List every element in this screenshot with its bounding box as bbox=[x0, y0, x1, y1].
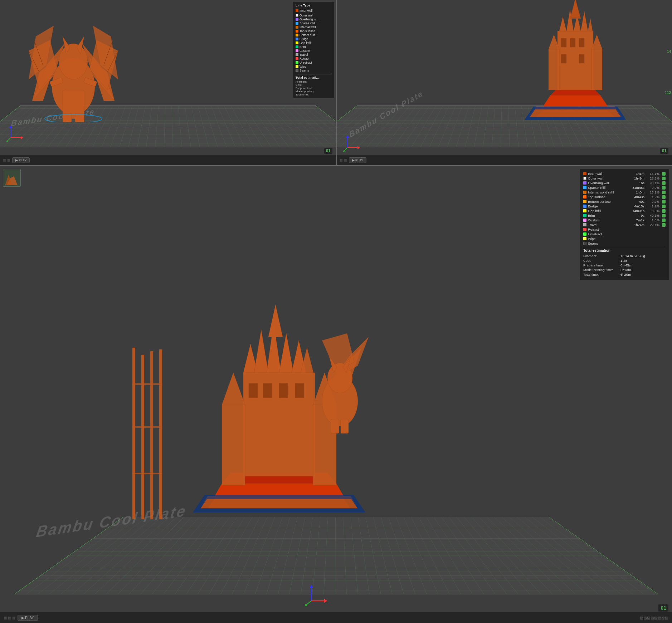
svg-line-54 bbox=[344, 148, 347, 151]
svg-rect-48 bbox=[591, 49, 602, 90]
stat-filament-row: Filament: 16.14 m 51.26 g bbox=[583, 254, 666, 258]
stat-bottom-surface: Bottom surface 40s 0.2% bbox=[583, 200, 666, 203]
gap-infill-label: Gap infill bbox=[300, 41, 311, 45]
svg-rect-70 bbox=[263, 383, 272, 398]
svg-rect-46 bbox=[549, 49, 559, 90]
legend-bottom-surface: Bottom surf... bbox=[296, 33, 332, 37]
horizontal-divider bbox=[0, 165, 672, 166]
svg-marker-81 bbox=[222, 373, 245, 405]
svg-rect-36 bbox=[579, 38, 584, 47]
play-btn-main[interactable]: ▶ PLAY bbox=[18, 615, 38, 621]
viewport-top-right[interactable]: Bambu Cool Plate 14 112 01 ▦ ▦ ▶ PLAY bbox=[337, 0, 672, 165]
svg-rect-91 bbox=[331, 419, 339, 433]
bottom-surface-label: Bottom surf... bbox=[300, 33, 318, 37]
stat-seams: Seams bbox=[583, 241, 666, 245]
svg-rect-58 bbox=[150, 351, 153, 519]
play-btn-tr[interactable]: ▶ PLAY bbox=[349, 157, 367, 163]
stat-prepare-row: Prepare time: 6m45s bbox=[583, 263, 666, 267]
stats-panel-main: Inner wall 1h1m 16.1% Outer wall 1h49m 2… bbox=[580, 169, 669, 280]
model-cathedral-tr bbox=[525, 0, 625, 124]
stat-inner-wall: Inner wall 1h1m 16.1% bbox=[583, 172, 666, 176]
legend-gap-infill: Gap infill bbox=[296, 41, 332, 45]
stat-travel: Travel 1h24m 22.1% bbox=[583, 223, 666, 227]
play-btn-tl[interactable]: ▶ PLAY bbox=[12, 157, 30, 163]
svg-marker-42 bbox=[581, 11, 588, 31]
svg-point-101 bbox=[305, 604, 307, 606]
axis-tl bbox=[5, 123, 25, 144]
svg-rect-60 bbox=[132, 383, 162, 385]
svg-rect-59 bbox=[159, 349, 162, 519]
svg-marker-25 bbox=[21, 136, 23, 139]
stat-cost-row: Cost: 1.28 bbox=[583, 259, 666, 263]
model-demon-tl bbox=[29, 8, 154, 122]
custom-label: Custom bbox=[300, 49, 310, 53]
seams-label: Seams bbox=[300, 69, 309, 72]
inner-wall-label: Inner wall bbox=[300, 8, 312, 13]
outer-wall-label: Outer wall bbox=[300, 14, 313, 17]
svg-rect-61 bbox=[132, 426, 162, 428]
svg-marker-53 bbox=[357, 146, 360, 149]
legend-travel: Travel bbox=[296, 53, 332, 57]
app-container: Bambu Cool Plate bbox=[0, 0, 672, 623]
hatch-pattern: ▨▨▨▨▨▨▨▨ bbox=[640, 616, 668, 620]
svg-rect-92 bbox=[341, 419, 349, 433]
svg-marker-39 bbox=[559, 17, 566, 31]
legend-bridge: Bridge bbox=[296, 37, 332, 41]
svg-point-27 bbox=[6, 141, 8, 142]
svg-marker-23 bbox=[9, 125, 12, 128]
legend-internal-wall: Internal wall bbox=[296, 25, 332, 29]
stat-custom: Custom 7m1s 1.8% bbox=[583, 218, 666, 222]
svg-rect-80 bbox=[222, 405, 245, 485]
stat-wipe: Wipe bbox=[583, 237, 666, 241]
top-surface-label: Top surface bbox=[300, 29, 315, 33]
legend-brim: Brim bbox=[296, 45, 332, 49]
svg-point-9 bbox=[59, 44, 88, 79]
supports-main bbox=[129, 348, 172, 519]
bottom-bar-tl: ▦ ▦ ▶ PLAY bbox=[0, 155, 336, 165]
bottom-bar-tr: ▦ ▦ ▶ PLAY bbox=[337, 155, 672, 165]
stat-outer-wall: Outer wall 1h49m 28.8% bbox=[583, 176, 666, 180]
stat-brim: Brim 9s <0.1% bbox=[583, 214, 666, 217]
inner-wall-color bbox=[296, 9, 298, 12]
num-label-14: 14 bbox=[667, 50, 671, 54]
legend-panel-tl: Line Type Inner wall Outer wall Overhang… bbox=[293, 2, 334, 98]
brim-label: Brim bbox=[300, 45, 306, 49]
svg-rect-34 bbox=[561, 38, 566, 47]
svg-point-88 bbox=[327, 363, 352, 393]
svg-marker-76 bbox=[279, 333, 293, 373]
stat-top-surface: Top surface 4m43s 1.2% bbox=[583, 195, 666, 199]
wipe-label: Wipe bbox=[300, 65, 306, 68]
svg-rect-69 bbox=[249, 383, 258, 398]
svg-marker-79 bbox=[268, 305, 283, 337]
svg-marker-74 bbox=[254, 330, 268, 373]
sparse-label: Sparse infill bbox=[300, 21, 315, 25]
svg-line-26 bbox=[7, 138, 11, 141]
model-main bbox=[172, 301, 386, 523]
unretract-label: Unretract bbox=[300, 61, 312, 64]
svg-marker-43 bbox=[588, 19, 593, 31]
axis-main bbox=[304, 583, 327, 607]
svg-rect-56 bbox=[132, 348, 135, 519]
viewport-top-left[interactable]: Bambu Cool Plate bbox=[0, 0, 336, 165]
legend-outer-wall: Outer wall bbox=[296, 14, 332, 17]
legend-custom: Custom bbox=[296, 49, 332, 53]
stat-overhang-wall: Overhang wall 16s <0.1% bbox=[583, 181, 666, 185]
svg-rect-37 bbox=[561, 54, 566, 63]
overhang-label: Overhang w... bbox=[300, 18, 318, 21]
internal-wall-label: Internal wall bbox=[300, 25, 316, 29]
svg-marker-51 bbox=[346, 135, 349, 138]
svg-rect-71 bbox=[279, 383, 288, 398]
stat-unretract: Unretract bbox=[583, 232, 666, 236]
legend-overhang: Overhang w... bbox=[296, 18, 332, 21]
viewport-badge-main: 01 bbox=[658, 604, 668, 612]
stat-bridge: Bridge 4m15s 1.1% bbox=[583, 204, 666, 208]
stat-retract: Retract bbox=[583, 227, 666, 231]
svg-marker-30 bbox=[543, 95, 608, 106]
viewport-bottom[interactable]: Bambu Cool Plate bbox=[0, 166, 672, 623]
stat-internal-solid: Internal solid infill 1h0m 15.9% bbox=[583, 190, 666, 194]
legend-inner-wall: Inner wall bbox=[296, 8, 332, 13]
svg-marker-45 bbox=[570, 0, 581, 19]
retract-label: Retract bbox=[300, 57, 309, 60]
stat-model-print-row: Model printing time: 6h13m bbox=[583, 268, 666, 272]
legend-wipe: Wipe bbox=[296, 65, 332, 68]
